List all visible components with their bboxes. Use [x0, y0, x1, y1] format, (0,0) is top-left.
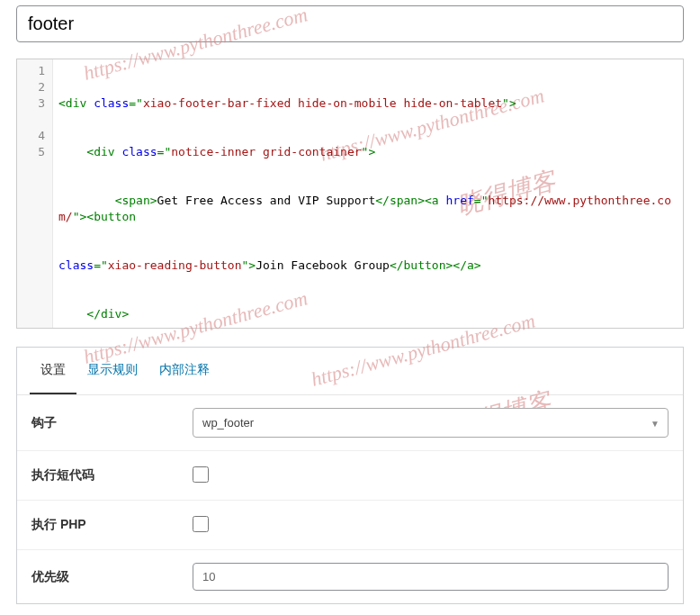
settings-panel: https://www.pythonthree.com https://www.… [16, 347, 684, 604]
settings-form: 钩子 wp_footer ▼ 执行短代码 执行 PHP 优先级 [17, 395, 683, 603]
shortcode-checkbox[interactable] [193, 466, 209, 483]
tab-settings[interactable]: 设置 [30, 348, 76, 394]
code-editor[interactable]: https://www.pythonthree.com https://www.… [16, 59, 684, 329]
php-label: 执行 PHP [17, 501, 193, 550]
shortcode-label: 执行短代码 [17, 451, 193, 501]
hook-select[interactable]: wp_footer [193, 408, 669, 438]
priority-input[interactable] [193, 563, 669, 591]
title-input[interactable] [16, 5, 684, 42]
line-gutter: 1 2 3 4 5 [17, 59, 53, 328]
tabs: 设置 显示规则 内部注释 [17, 348, 683, 395]
tab-display-rules[interactable]: 显示规则 [76, 348, 148, 394]
priority-label: 优先级 [17, 550, 193, 604]
php-checkbox[interactable] [193, 516, 209, 532]
code-content[interactable]: <div class="xiao-footer-bar-fixed hide-o… [53, 59, 683, 328]
hook-label: 钩子 [17, 395, 193, 451]
tab-internal-notes[interactable]: 内部注释 [148, 348, 220, 394]
